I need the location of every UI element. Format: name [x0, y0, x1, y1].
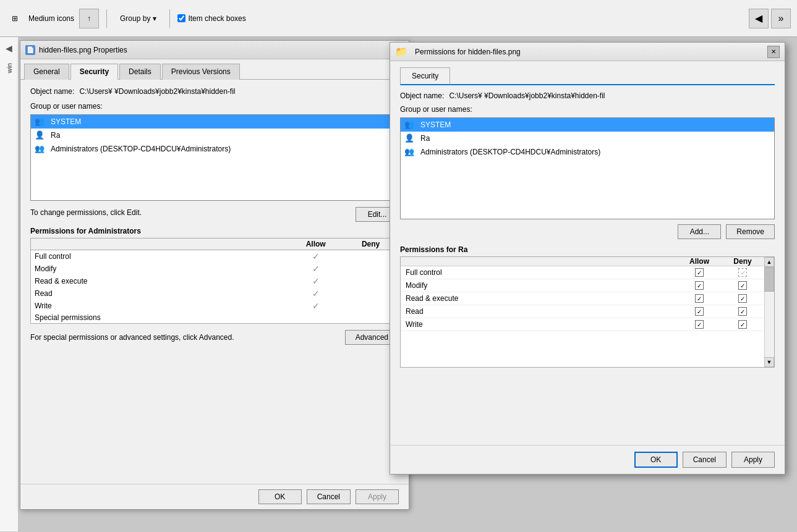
- perm-object-name-label: Object name:: [400, 91, 444, 100]
- permissions-table: Allow Deny Full control ✓ Modify ✓ Read …: [30, 238, 399, 324]
- perm-system-name: SYSTEM: [420, 120, 451, 129]
- perm2-read-execute-deny-checkbox[interactable]: ✓: [738, 294, 747, 303]
- perm2-modify-allow-cell[interactable]: ✓: [683, 281, 716, 290]
- perm2-full-control-allow-cell[interactable]: ✓: [683, 268, 716, 277]
- group-by-button[interactable]: Group by ▾: [114, 11, 162, 26]
- read-execute-allow-check: ✓: [312, 276, 320, 286]
- permissions-close-button[interactable]: ✕: [767, 46, 780, 58]
- perm-special-name: Special permissions: [31, 312, 289, 324]
- perm-user-ra[interactable]: Ra: [401, 132, 774, 145]
- user-item-system[interactable]: SYSTEM: [31, 115, 398, 129]
- perm-user-system[interactable]: SYSTEM: [401, 118, 774, 132]
- tab-previous-versions[interactable]: Previous Versions: [162, 64, 240, 80]
- nav-back-button[interactable]: ◀: [749, 9, 769, 28]
- left-sidebar: ◀ win: [0, 37, 19, 531]
- perm-row-read: Read ✓: [31, 287, 399, 300]
- scroll-down-button[interactable]: ▼: [764, 357, 774, 367]
- sidebar-collapse-arrow[interactable]: ◀: [6, 43, 12, 53]
- perm2-row-full-control: Full control ✓ ✓: [401, 266, 764, 279]
- permissions-cancel-button[interactable]: Cancel: [683, 452, 727, 468]
- perm2-write-allow-cell[interactable]: ✓: [683, 320, 716, 329]
- perm2-read-allow-cell[interactable]: ✓: [683, 307, 716, 316]
- perm2-modify-allow-checkbox[interactable]: ✓: [695, 281, 704, 290]
- perm-write-name: Write: [31, 300, 289, 312]
- permissions-titlebar: 📁 Permissions for hidden-files.png ✕: [390, 43, 785, 61]
- admin-user-icon: [35, 144, 47, 154]
- object-name-value: C:\Users¥ ¥Downloads¥jobb2¥kinsta¥hidden…: [79, 87, 235, 96]
- security-tab-bar: Security: [400, 67, 775, 85]
- view-grid-button[interactable]: ⊞: [6, 11, 23, 26]
- perm-ra-icon: [404, 133, 417, 143]
- perm2-full-control-deny-checkbox[interactable]: ✓: [738, 268, 747, 277]
- perm2-read-execute-allow-cell[interactable]: ✓: [683, 294, 716, 303]
- sidebar-label: win: [6, 63, 13, 74]
- item-check-boxes-option[interactable]: Item check boxes: [177, 14, 245, 23]
- perm2-read-execute-deny-cell[interactable]: ✓: [726, 294, 759, 303]
- perm-group-user-label: Group or user names:: [400, 105, 775, 114]
- object-name-row: Object name: C:\Users¥ ¥Downloads¥jobb2¥…: [30, 87, 399, 96]
- tab-details[interactable]: Details: [119, 64, 161, 80]
- security-tab[interactable]: Security: [400, 67, 450, 85]
- read-allow-check: ✓: [312, 289, 320, 298]
- perm2-row-modify: Modify ✓ ✓: [401, 279, 764, 292]
- change-permissions-text: To change permissions, click Edit.: [30, 208, 142, 217]
- perm-modify-name: Modify: [31, 263, 289, 275]
- perm-table-scrollbar[interactable]: ▲ ▼: [764, 257, 774, 367]
- group-by-dropdown-icon: ▾: [153, 14, 156, 23]
- perm2-modify-name: Modify: [401, 279, 678, 292]
- perm-full-control-name: Full control: [31, 250, 289, 263]
- perm-user-administrators[interactable]: Administrators (DESKTOP-CD4HDCU¥Administ…: [401, 145, 774, 159]
- scroll-up-button[interactable]: ▲: [764, 257, 774, 267]
- perm2-full-control-name: Full control: [401, 266, 678, 279]
- properties-footer: OK Cancel Apply: [20, 484, 409, 509]
- full-control-allow-check: ✓: [312, 251, 320, 261]
- perm2-read-execute-name: Read & execute: [401, 292, 678, 305]
- properties-apply-button[interactable]: Apply: [356, 489, 399, 504]
- perm2-row-write: Write ✓ ✓: [401, 318, 764, 331]
- perm-row-special: Special permissions: [31, 312, 399, 324]
- up-sort-button[interactable]: ↑: [79, 9, 99, 28]
- write-allow-check: ✓: [312, 301, 320, 311]
- add-user-button[interactable]: Add...: [678, 224, 721, 239]
- perm2-write-deny-cell[interactable]: ✓: [726, 320, 759, 329]
- scroll-thumb[interactable]: [764, 267, 774, 292]
- properties-cancel-button[interactable]: Cancel: [307, 489, 351, 504]
- expand-button[interactable]: »: [771, 9, 791, 28]
- perm2-read-deny-cell[interactable]: ✓: [726, 307, 759, 316]
- perm2-write-allow-checkbox[interactable]: ✓: [695, 320, 704, 329]
- perm2-read-deny-checkbox[interactable]: ✓: [738, 307, 747, 316]
- perm2-row-read: Read ✓ ✓: [401, 305, 764, 318]
- item-check-boxes-checkbox[interactable]: [177, 14, 185, 22]
- tab-general[interactable]: General: [24, 64, 69, 80]
- perm2-modify-deny-checkbox[interactable]: ✓: [738, 281, 747, 290]
- user-item-administrators[interactable]: Administrators (DESKTOP-CD4HDCU¥Administ…: [31, 142, 398, 156]
- perm-read-name: Read: [31, 287, 289, 300]
- up-sort-icon: ↑: [87, 14, 91, 23]
- perm-deny-header: Deny: [721, 257, 764, 266]
- remove-user-button[interactable]: Remove: [726, 224, 775, 239]
- perm2-full-control-deny-cell[interactable]: ✓: [726, 268, 759, 277]
- perm-users-list[interactable]: SYSTEM Ra Administrators (DESKTOP-CD4HDC…: [400, 117, 775, 219]
- tab-security[interactable]: Security: [70, 64, 118, 80]
- permissions-footer: OK Cancel Apply: [390, 445, 785, 474]
- perm2-write-deny-checkbox[interactable]: ✓: [738, 320, 747, 329]
- permissions-dialog: 📁 Permissions for hidden-files.png ✕ Sec…: [390, 42, 785, 475]
- permissions-ok-button[interactable]: OK: [634, 452, 678, 468]
- perm2-modify-deny-cell[interactable]: ✓: [726, 281, 759, 290]
- modify-allow-check: ✓: [312, 264, 320, 274]
- user-item-ra[interactable]: Ra: [31, 129, 398, 142]
- perm2-row-read-execute: Read & execute ✓ ✓: [401, 292, 764, 305]
- allow-col-header: Allow: [288, 239, 343, 250]
- users-list[interactable]: SYSTEM Ra Administrators (DESKTOP-CD4HDC…: [30, 114, 399, 201]
- permissions-apply-button[interactable]: Apply: [731, 452, 775, 468]
- properties-ok-button[interactable]: OK: [258, 489, 302, 504]
- perm2-read-allow-checkbox[interactable]: ✓: [695, 307, 704, 316]
- permissions-dialog-title: Permissions for hidden-files.png: [415, 48, 764, 56]
- toolbar: ⊞ Medium icons ↑ Group by ▾ Item check b…: [0, 0, 797, 37]
- perm2-full-control-allow-checkbox[interactable]: ✓: [695, 268, 704, 277]
- perm2-read-execute-allow-checkbox[interactable]: ✓: [695, 294, 704, 303]
- grid-icon: ⊞: [12, 14, 18, 23]
- properties-dialog-icon: 📄: [25, 45, 35, 55]
- system-user-icon: [35, 117, 47, 127]
- properties-dialog: 📄 hidden-files.png Properties ✕ General …: [20, 40, 409, 510]
